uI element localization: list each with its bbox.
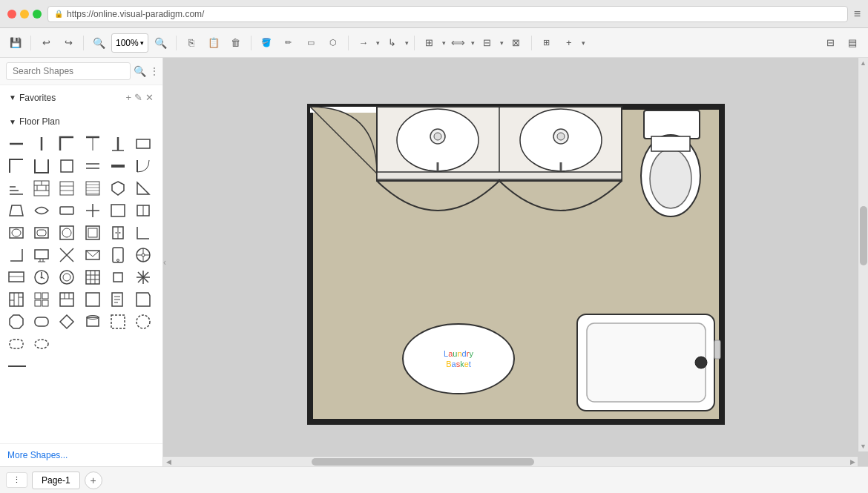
sidebar-menu-icon[interactable]: ⋮	[149, 65, 160, 77]
canvas-area[interactable]: ‹	[163, 58, 868, 466]
shape-rectangle-r[interactable]	[56, 200, 77, 221]
shape-wall-end[interactable]	[108, 133, 128, 154]
shape-file[interactable]	[108, 289, 128, 310]
arrange-dropdown[interactable]: ▾	[471, 39, 475, 47]
shape-rect-outline[interactable]	[108, 200, 128, 221]
url-bar[interactable]: 🔒 https://online.visual-paradigm.com/	[47, 6, 848, 22]
save-button[interactable]: 💾	[6, 33, 25, 53]
favorites-header[interactable]: ▼ Favorites + ✎ ✕	[6, 88, 157, 107]
shape-door[interactable]	[133, 156, 154, 176]
shape-dotted-box[interactable]	[108, 311, 128, 332]
diagram-canvas[interactable]: Laundry Basket	[178, 73, 842, 451]
favorites-add-icon[interactable]: +	[125, 92, 131, 103]
zoom-in-button[interactable]: 🔍	[151, 33, 171, 53]
shape-clock[interactable]	[31, 267, 52, 288]
shape-rounded-dotted[interactable]	[6, 334, 27, 354]
shape-hatch[interactable]	[56, 178, 77, 199]
shape-circle-dotted[interactable]	[133, 311, 154, 332]
shape-square-outline[interactable]	[82, 289, 103, 310]
add-button[interactable]: +	[559, 33, 579, 53]
connector-dropdown[interactable]: ▾	[376, 39, 380, 47]
shape-stairs-s[interactable]	[6, 178, 27, 199]
shape-angled[interactable]	[133, 178, 154, 199]
shape-octagon[interactable]	[6, 311, 27, 332]
line-color-button[interactable]: ✏	[279, 33, 298, 53]
minimize-button[interactable]	[20, 10, 29, 19]
shape-circle-inner[interactable]	[56, 267, 77, 288]
scroll-right-arrow[interactable]: ▶	[847, 457, 858, 466]
delete-button[interactable]: 🗑	[226, 33, 246, 53]
shadow-button[interactable]: ▭	[301, 33, 320, 53]
fill-color-button[interactable]: 🪣	[257, 33, 276, 53]
shape-wall-corner[interactable]	[56, 133, 77, 154]
page-dropdown[interactable]: ▾	[500, 39, 504, 47]
shape-shield[interactable]	[108, 178, 128, 199]
shape-cross[interactable]	[82, 200, 103, 221]
shape-bookcase[interactable]	[6, 289, 27, 310]
scroll-thumb-horizontal[interactable]	[312, 458, 534, 466]
waypoint-button[interactable]: ↳	[383, 33, 402, 53]
shape-multi-grid[interactable]	[56, 289, 77, 310]
shape-sink-single[interactable]	[6, 222, 27, 243]
shape-grid-item[interactable]	[31, 289, 52, 310]
redo-button[interactable]: ↪	[59, 33, 78, 53]
undo-button[interactable]: ↩	[36, 33, 56, 53]
shape-l-wall[interactable]	[6, 156, 27, 176]
shape-wall-thick[interactable]	[108, 156, 128, 176]
shape-wardrobe[interactable]	[108, 222, 128, 243]
scroll-down-arrow[interactable]: ▼	[858, 441, 868, 451]
scroll-thumb-vertical[interactable]	[860, 206, 867, 265]
horizontal-scrollbar[interactable]: ◀ ▶	[163, 456, 858, 466]
shape-wall-horizontal[interactable]	[6, 133, 27, 154]
shape-phone[interactable]	[108, 245, 128, 265]
shape-wall-t[interactable]	[82, 133, 103, 154]
shape-wall-vertical[interactable]	[31, 133, 52, 154]
shape-tv[interactable]	[6, 267, 27, 288]
shape-brick[interactable]	[31, 178, 52, 199]
shape-monitor[interactable]	[31, 245, 52, 265]
grid-button[interactable]: ⊞	[537, 33, 556, 53]
shape-cabinet[interactable]	[133, 200, 154, 221]
scroll-left-arrow-h[interactable]: ◀	[163, 457, 174, 466]
shape-envelope[interactable]	[82, 245, 103, 265]
scroll-left-arrow[interactable]: ‹	[163, 257, 166, 268]
shape-u-wall[interactable]	[31, 156, 52, 176]
shape-fan[interactable]	[133, 245, 154, 265]
shape-rounded-rect[interactable]	[31, 311, 52, 332]
extra-arrange-button[interactable]: ⊠	[507, 33, 526, 53]
shape-corner-r[interactable]	[6, 245, 27, 265]
search-icon[interactable]: 🔍	[134, 65, 146, 77]
waypoint-dropdown[interactable]: ▾	[405, 39, 409, 47]
shape-x-shape[interactable]	[56, 245, 77, 265]
shape-snowflake[interactable]	[133, 267, 154, 288]
shape-oval-item[interactable]	[31, 222, 52, 243]
shape-washer[interactable]	[56, 222, 77, 243]
add-page-button[interactable]: +	[85, 472, 102, 489]
shape-diamond-outline[interactable]	[56, 311, 77, 332]
close-button[interactable]	[7, 10, 16, 19]
shape-double-wall[interactable]	[82, 156, 103, 176]
page-1-tab[interactable]: Page-1	[32, 472, 80, 489]
fit-page-button[interactable]: ⊟	[821, 33, 840, 53]
floor-plan-header[interactable]: ▼ Floor Plan	[6, 113, 157, 130]
more-shapes-link[interactable]: More Shapes...	[0, 443, 162, 466]
shape-trapezoid[interactable]	[6, 200, 27, 221]
shape-line[interactable]	[6, 356, 27, 377]
shape-oven[interactable]	[82, 222, 103, 243]
shape-dense-hatch[interactable]	[82, 178, 103, 199]
shape-room[interactable]	[133, 133, 154, 154]
copy-button[interactable]: ⎘	[182, 33, 201, 53]
shape-cylinder[interactable]	[82, 311, 103, 332]
add-dropdown[interactable]: ▾	[582, 39, 585, 47]
group-dropdown[interactable]: ▾	[442, 39, 446, 47]
group-button[interactable]: ⊞	[420, 33, 439, 53]
search-input[interactable]	[6, 62, 131, 80]
scroll-up-arrow[interactable]: ▲	[858, 58, 868, 68]
maximize-button[interactable]	[33, 10, 42, 19]
shape-oval-dotted[interactable]	[31, 334, 52, 354]
paste-button[interactable]: 📋	[204, 33, 223, 53]
sidebar-scroll[interactable]: ▼ Favorites + ✎ ✕ ▼ Floor Plan	[0, 85, 162, 443]
zoom-control[interactable]: 100% ▾	[111, 33, 148, 53]
zoom-dropdown-icon[interactable]: ▾	[140, 39, 144, 47]
shape-eye[interactable]	[31, 200, 52, 221]
